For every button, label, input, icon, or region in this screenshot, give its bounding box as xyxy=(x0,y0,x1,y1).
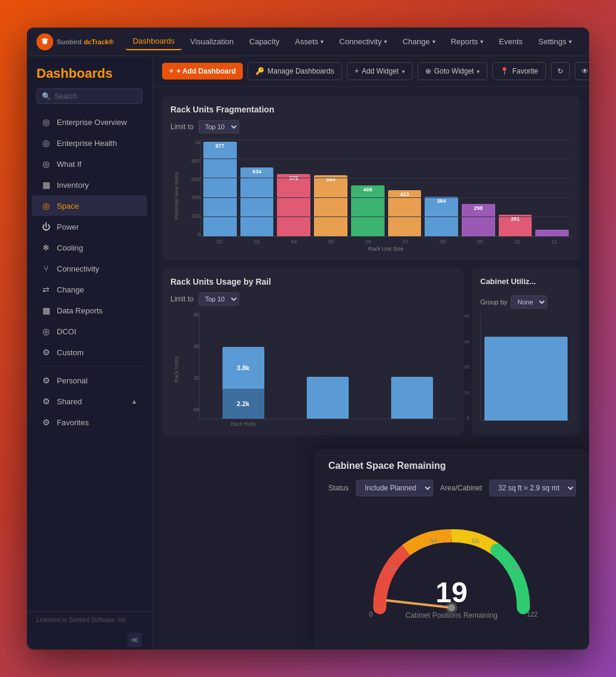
cabinet-bars xyxy=(481,337,571,420)
nav-items: Dashboards Visualization Capacity Assets… xyxy=(126,33,580,50)
goto-widget-dropdown-icon: ▾ xyxy=(477,68,480,75)
rail-x-labels: Back Rails xyxy=(199,419,455,427)
sidebar-item-favorites[interactable]: ⚙ Favorites xyxy=(32,412,147,432)
svg-text:88: 88 xyxy=(513,565,520,572)
sidebar-item-enterprise-health[interactable]: ◎ Enterprise Health xyxy=(32,133,147,153)
sidebar-item-connectivity[interactable]: ⑂ Connectivity xyxy=(32,258,147,279)
sidebar-item-inventory[interactable]: ▦ Inventory xyxy=(32,175,147,195)
sidebar-item-enterprise-overview[interactable]: ◎ Enterprise Overview xyxy=(32,112,147,132)
rack-frag-limit-bar: Limit to Top 10 Top 20 xyxy=(170,120,571,133)
bar-top xyxy=(307,377,349,419)
rack-usage-limit-select[interactable]: Top 10 xyxy=(199,292,239,306)
sidebar-item-custom[interactable]: ⚙ Custom xyxy=(32,342,147,362)
nav-item-settings[interactable]: Settings ▾ xyxy=(531,33,579,50)
sidebar-item-shared[interactable]: ⚙ Shared ▲ xyxy=(32,391,147,411)
add-dashboard-button[interactable]: + + Add Dashboard xyxy=(162,63,243,80)
cabinet-bar xyxy=(484,337,568,420)
group-by-label: Group by xyxy=(480,298,507,306)
sidebar-item-label: DCOI xyxy=(57,327,77,336)
sidebar-item-label: What If xyxy=(57,160,81,169)
rack-usage-limit-bar: Limit to Top 10 xyxy=(170,292,455,306)
sidebar-item-dcoi[interactable]: ◎ DCOI xyxy=(32,321,147,341)
bottom-row: Rack Units Usage by Rail Limit to Top 10… xyxy=(162,269,580,435)
sidebar-item-change[interactable]: ⇄ Change xyxy=(32,279,147,300)
dcoi-icon: ◎ xyxy=(41,327,51,336)
collapse-sidebar-button[interactable]: ≪ xyxy=(127,633,142,647)
sidebar-item-space[interactable]: ◎ Space xyxy=(32,196,147,216)
gauge-value: 19 xyxy=(405,576,498,609)
group-by-select[interactable]: None xyxy=(511,295,547,309)
rack-usage-limit-label: Limit to xyxy=(170,295,194,303)
add-widget-button[interactable]: + Add Widget ▾ xyxy=(347,62,413,80)
svg-text:0: 0 xyxy=(369,611,373,618)
svg-text:66: 66 xyxy=(472,537,479,544)
cabinet-util-chart-area: 40 30 20 10 0 xyxy=(480,313,571,421)
manage-dashboards-button[interactable]: 🔑 Manage Dashboards xyxy=(248,62,341,80)
gauge-area-label: Area/Cabinet xyxy=(440,484,482,492)
bar-group xyxy=(535,230,569,236)
sidebar-item-personal[interactable]: ⚙ Personal xyxy=(32,370,147,391)
y-axis-label: Rack Units xyxy=(173,356,179,383)
sidebar-item-label: Favorites xyxy=(57,418,89,427)
stacked-bar xyxy=(307,377,349,419)
sidebar-item-cooling[interactable]: ❄ Cooling xyxy=(32,237,147,258)
search-input[interactable] xyxy=(54,92,137,100)
sidebar-item-label: Change xyxy=(57,285,84,294)
rail-chart-inner: 3.8k 2.2k xyxy=(199,312,455,427)
bar-group: 564 xyxy=(314,175,347,236)
sidebar-item-label: Connectivity xyxy=(57,264,99,273)
favorite-icon: 📍 xyxy=(500,67,509,75)
sidebar-item-label: Enterprise Overview xyxy=(57,118,127,127)
bar-group: 298 xyxy=(462,204,495,236)
nav-item-change[interactable]: Change ▾ xyxy=(395,33,443,50)
sidebar-divider xyxy=(36,366,142,367)
favorite-label: Favorite xyxy=(512,67,538,75)
add-widget-dropdown-icon: ▾ xyxy=(402,68,405,75)
nav-item-events[interactable]: Events xyxy=(492,33,530,50)
logo-area: Sunbird dcTrack® xyxy=(36,33,114,50)
nav-item-connectivity[interactable]: Connectivity ▾ xyxy=(332,33,394,50)
add-widget-icon: + xyxy=(355,67,359,75)
rack-frag-limit-select[interactable]: Top 10 Top 20 xyxy=(199,120,239,133)
sidebar-header: Dashboards 🔍 xyxy=(27,56,152,109)
rack-frag-chart-area: Potential New Items 1k 800 600 400 200 0 xyxy=(170,139,571,252)
main-area: Dashboards 🔍 ◎ Enterprise Overview ◎ Ent… xyxy=(27,56,589,649)
sidebar-item-label: Space xyxy=(57,202,79,211)
x-axis-label: Rack Unit Size xyxy=(200,246,571,252)
goto-widget-button[interactable]: ⊕ Goto Widget ▾ xyxy=(417,62,488,80)
gauge-status-label: Status xyxy=(328,484,349,492)
eye-icon: 👁 xyxy=(581,67,588,75)
nav-item-visualization[interactable]: Visualization xyxy=(183,33,241,50)
bar: 201 xyxy=(499,215,532,236)
sidebar-item-what-if[interactable]: ◎ What If xyxy=(32,154,147,174)
sidebar-item-label: Inventory xyxy=(57,181,89,190)
logo-text: Sunbird dcTrack® xyxy=(57,37,114,46)
logo-product: dcTrack® xyxy=(84,38,114,45)
frag-bars-area: 877 634 572 564 xyxy=(200,139,571,237)
goto-widget-label: Goto Widget xyxy=(434,67,474,75)
gauge-status-select[interactable]: Include Planned xyxy=(356,480,433,496)
nav-item-reports[interactable]: Reports ▾ xyxy=(444,33,491,50)
goto-widget-icon: ⊕ xyxy=(425,67,431,75)
view-button[interactable]: 👁 xyxy=(575,62,589,80)
search-box[interactable]: 🔍 xyxy=(36,89,142,104)
bar: 298 xyxy=(462,204,495,236)
bar-top xyxy=(391,377,433,419)
sidebar-item-power[interactable]: ⏻ Power xyxy=(32,216,147,237)
nav-item-capacity[interactable]: Capacity xyxy=(242,33,287,50)
gauge-area-select[interactable]: 32 sq ft = 2.9 sq mt xyxy=(489,480,576,496)
refresh-button[interactable]: ↻ xyxy=(551,62,570,80)
bar: 423 xyxy=(388,190,422,236)
y-ticks: 6k 4k 2k 0k xyxy=(182,312,199,427)
rack-usage-widget: Rack Units Usage by Rail Limit to Top 10… xyxy=(162,269,463,435)
svg-text:22: 22 xyxy=(389,565,397,572)
sidebar-item-data-reports[interactable]: ▦ Data Reports xyxy=(32,300,147,321)
nav-item-dashboards[interactable]: Dashboards xyxy=(126,33,182,50)
favorite-button[interactable]: 📍 Favorite xyxy=(492,62,545,80)
connectivity-icon: ⑂ xyxy=(41,264,51,273)
favorites-icon: ⚙ xyxy=(41,417,51,427)
nav-item-assets[interactable]: Assets ▾ xyxy=(288,33,331,50)
logo-icon xyxy=(36,33,53,50)
inventory-icon: ▦ xyxy=(41,180,51,190)
y-axis-container: Potential New Items xyxy=(170,139,182,252)
